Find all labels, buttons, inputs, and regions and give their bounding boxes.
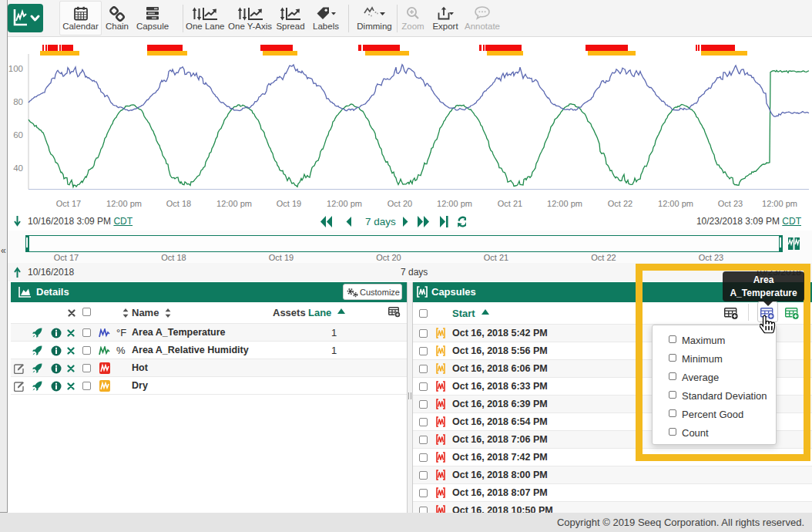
svg-text:7 days: 7 days	[365, 216, 396, 227]
